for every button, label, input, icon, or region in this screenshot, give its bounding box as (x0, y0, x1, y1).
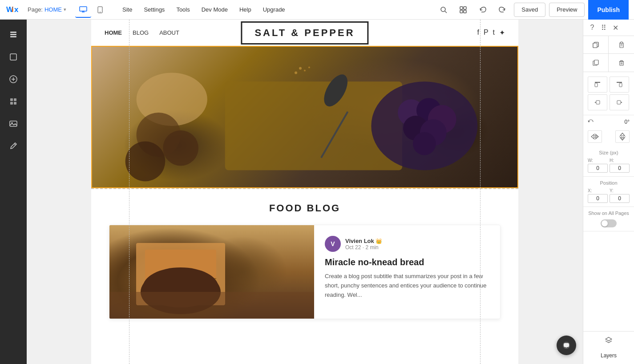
y-group: Y: (610, 188, 630, 203)
author-meta: Oct 22 · 2 min (345, 244, 382, 251)
redo-button[interactable] (494, 2, 510, 18)
nav-home-link[interactable]: HOME (105, 29, 122, 36)
height-label: H: (610, 158, 630, 163)
size-inputs: W: H: (588, 158, 630, 173)
svg-point-7 (100, 12, 101, 12)
toggle-thumb (602, 220, 608, 226)
y-input[interactable] (610, 194, 630, 203)
instagram-icon[interactable]: ✦ (499, 28, 505, 37)
size-label: Size (px) (588, 150, 630, 155)
svg-rect-13 (464, 10, 466, 13)
svg-marker-80 (606, 337, 612, 341)
align-top-right-button[interactable] (610, 77, 629, 93)
nav-about-link[interactable]: ABOUT (159, 29, 179, 36)
blog-card: V Vivien Lok 👑 Oct 22 (109, 225, 501, 319)
twitter-icon[interactable]: t (493, 28, 495, 37)
publish-button[interactable]: Publish (588, 0, 629, 20)
width-label: W: (588, 158, 608, 163)
search-button[interactable] (436, 2, 452, 18)
blog-section: FOOD BLOG (91, 189, 518, 332)
svg-rect-23 (10, 102, 13, 105)
svg-rect-24 (14, 102, 16, 105)
flip-horizontal-button[interactable] (588, 130, 602, 143)
chat-button[interactable] (557, 336, 576, 355)
pages-sidebar-button[interactable] (4, 25, 23, 44)
food-image (92, 47, 517, 187)
delete-button[interactable] (609, 54, 634, 72)
copy-style-button[interactable] (583, 36, 609, 54)
svg-rect-16 (10, 36, 16, 37)
svg-rect-25 (10, 121, 17, 126)
flip-vertical-button[interactable] (615, 130, 630, 143)
tools-nav-item[interactable]: Tools (171, 0, 195, 20)
top-nav: Site Settings Tools Dev Mode Help Upgrad… (117, 0, 436, 20)
mobile-device-button[interactable] (92, 2, 108, 18)
align-middle-right-button[interactable] (610, 94, 629, 110)
author-name: Vivien Lok 👑 (345, 238, 382, 244)
left-sidebar (0, 20, 27, 364)
svg-rect-63 (620, 61, 623, 65)
drag-panel-icon[interactable]: ⠿ (599, 23, 608, 32)
preview-button[interactable]: Preview (549, 3, 585, 17)
paste-style-button[interactable] (609, 36, 634, 54)
align-middle-left-button[interactable] (588, 94, 607, 110)
shortcuts-button[interactable] (455, 2, 471, 18)
media-sidebar-button[interactable] (4, 114, 23, 133)
blog-card-excerpt: Create a blog post subtitle that summari… (325, 272, 489, 299)
layers-button[interactable]: Layers (583, 331, 634, 364)
size-section: Size (px) W: H: (583, 146, 634, 177)
page-label: Page: (28, 6, 43, 13)
close-panel-icon[interactable]: ✕ (611, 23, 620, 32)
svg-marker-79 (620, 138, 625, 140)
pinterest-icon[interactable]: P (484, 28, 489, 37)
facebook-icon[interactable]: f (477, 28, 479, 37)
image-section[interactable]: Image (91, 46, 518, 188)
page-name: HOME (44, 6, 62, 13)
saved-button[interactable]: Saved (514, 3, 545, 17)
desktop-device-button[interactable] (75, 2, 91, 18)
align-top-left-button[interactable] (588, 77, 607, 93)
nav-links: HOME BLOG ABOUT (105, 29, 179, 36)
website-nav: HOME BLOG ABOUT SALT & PEPPER f P t ✦ (91, 20, 518, 46)
author-row: V Vivien Lok 👑 Oct 22 (325, 236, 489, 252)
nav-blog-link[interactable]: BLOG (133, 29, 149, 36)
svg-point-43 (304, 69, 306, 71)
blog-section-title: FOOD BLOG (109, 202, 501, 214)
svg-marker-76 (596, 134, 598, 139)
svg-rect-14 (10, 32, 16, 33)
help-nav-item[interactable]: Help (234, 0, 257, 20)
blog-card-image (109, 225, 314, 319)
pen-sidebar-button[interactable] (4, 136, 23, 156)
social-icons: f P t ✦ (477, 28, 505, 37)
undo-button[interactable] (475, 2, 491, 18)
svg-point-45 (308, 66, 310, 68)
settings-nav-item[interactable]: Settings (138, 0, 170, 20)
add-sidebar-button[interactable] (4, 69, 23, 89)
width-input[interactable] (588, 164, 608, 173)
rotate-row: 0° (583, 115, 634, 129)
page-indicator[interactable]: Page: HOME ▾ (28, 6, 66, 13)
show-on-pages-toggle[interactable] (601, 219, 617, 227)
help-panel-icon[interactable]: ? (588, 23, 597, 32)
elements-sidebar-button[interactable] (4, 47, 23, 67)
height-group: H: (610, 158, 630, 173)
panel-header-icons: ? ⠿ ✕ (588, 23, 620, 32)
site-nav-item[interactable]: Site (117, 0, 137, 20)
devmode-nav-item[interactable]: Dev Mode (196, 0, 233, 20)
svg-marker-78 (620, 133, 625, 136)
upgrade-nav-item[interactable]: Upgrade (258, 0, 291, 20)
duplicate-button[interactable] (583, 54, 609, 72)
svg-rect-11 (464, 7, 466, 9)
x-input[interactable] (588, 194, 608, 203)
svg-point-44 (295, 71, 297, 74)
canvas-area[interactable]: HOME BLOG ABOUT SALT & PEPPER f P t ✦ (27, 20, 583, 364)
panel-header: ? ⠿ ✕ (583, 20, 634, 36)
crown-icon: 👑 (376, 238, 382, 244)
apps-sidebar-button[interactable] (4, 92, 23, 111)
position-section: Position X: Y: (583, 177, 634, 207)
device-switcher (75, 2, 108, 18)
layers-label: Layers (601, 352, 617, 359)
position-label: Position (588, 180, 630, 186)
height-input[interactable] (610, 164, 630, 173)
toggle-row (588, 219, 630, 227)
